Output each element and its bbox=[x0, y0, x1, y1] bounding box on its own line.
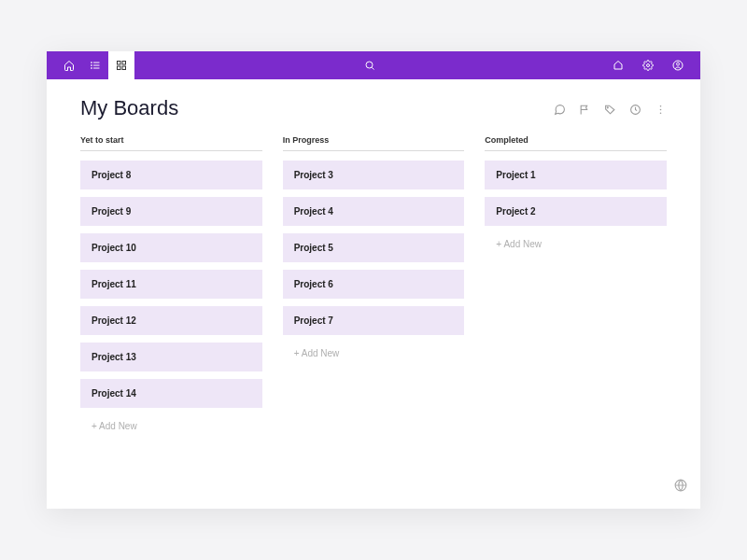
card[interactable]: Project 1 bbox=[485, 161, 667, 189]
home-icon[interactable] bbox=[56, 51, 82, 79]
card[interactable]: Project 13 bbox=[80, 343, 262, 371]
top-nav-left bbox=[56, 51, 134, 79]
svg-point-5 bbox=[92, 68, 92, 69]
page-title: My Boards bbox=[80, 96, 554, 120]
board-columns: Yet to start Project 8 Project 9 Project… bbox=[47, 126, 700, 509]
grid-icon[interactable] bbox=[108, 51, 134, 79]
comment-icon[interactable] bbox=[554, 103, 566, 115]
top-nav-right bbox=[605, 51, 691, 79]
column-in-progress: In Progress Project 3 Project 4 Project … bbox=[283, 135, 465, 490]
card[interactable]: Project 2 bbox=[485, 197, 667, 226]
card[interactable]: Project 8 bbox=[80, 161, 262, 189]
card[interactable]: Project 10 bbox=[80, 233, 262, 262]
svg-point-17 bbox=[660, 105, 662, 106]
svg-point-4 bbox=[92, 65, 92, 66]
page-actions bbox=[554, 103, 667, 115]
card[interactable]: Project 14 bbox=[80, 379, 262, 408]
svg-line-11 bbox=[372, 67, 374, 69]
app-window: My Boards Yet to start Project 8 Project… bbox=[47, 51, 700, 509]
card[interactable]: Project 12 bbox=[80, 306, 262, 335]
column-header: In Progress bbox=[283, 135, 465, 151]
card[interactable]: Project 4 bbox=[283, 197, 465, 226]
card[interactable]: Project 3 bbox=[283, 161, 465, 189]
search-icon[interactable] bbox=[357, 51, 383, 79]
card[interactable]: Project 5 bbox=[283, 233, 465, 262]
svg-point-18 bbox=[660, 108, 662, 110]
column-header: Completed bbox=[485, 135, 667, 151]
svg-point-15 bbox=[607, 106, 608, 107]
top-nav-center bbox=[134, 51, 605, 79]
svg-point-10 bbox=[366, 62, 373, 68]
flag-icon[interactable] bbox=[579, 103, 591, 115]
card[interactable]: Project 11 bbox=[80, 270, 262, 299]
add-new-button[interactable]: + Add New bbox=[283, 343, 465, 364]
card[interactable]: Project 6 bbox=[283, 270, 465, 299]
notification-icon[interactable] bbox=[605, 51, 631, 79]
column-header: Yet to start bbox=[80, 135, 262, 151]
top-nav bbox=[47, 51, 700, 79]
tag-icon[interactable] bbox=[604, 103, 616, 115]
svg-point-3 bbox=[92, 63, 92, 63]
svg-rect-9 bbox=[122, 66, 126, 70]
column-completed: Completed Project 1 Project 2 + Add New bbox=[485, 135, 667, 490]
svg-point-14 bbox=[677, 63, 680, 65]
add-new-button[interactable]: + Add New bbox=[80, 415, 262, 437]
list-icon[interactable] bbox=[82, 51, 108, 79]
clock-icon[interactable] bbox=[629, 103, 641, 115]
card[interactable]: Project 7 bbox=[283, 306, 465, 335]
add-new-button[interactable]: + Add New bbox=[485, 233, 667, 255]
svg-rect-8 bbox=[118, 66, 121, 70]
settings-icon[interactable] bbox=[635, 51, 661, 79]
more-icon[interactable] bbox=[655, 103, 667, 115]
svg-point-19 bbox=[660, 112, 662, 114]
card[interactable]: Project 9 bbox=[80, 197, 262, 226]
svg-point-12 bbox=[647, 64, 650, 67]
svg-rect-7 bbox=[122, 62, 126, 65]
column-yet-to-start: Yet to start Project 8 Project 9 Project… bbox=[80, 135, 262, 490]
user-icon[interactable] bbox=[665, 51, 691, 79]
svg-rect-6 bbox=[118, 62, 121, 65]
globe-icon[interactable] bbox=[674, 479, 687, 496]
page-header: My Boards bbox=[47, 79, 700, 126]
